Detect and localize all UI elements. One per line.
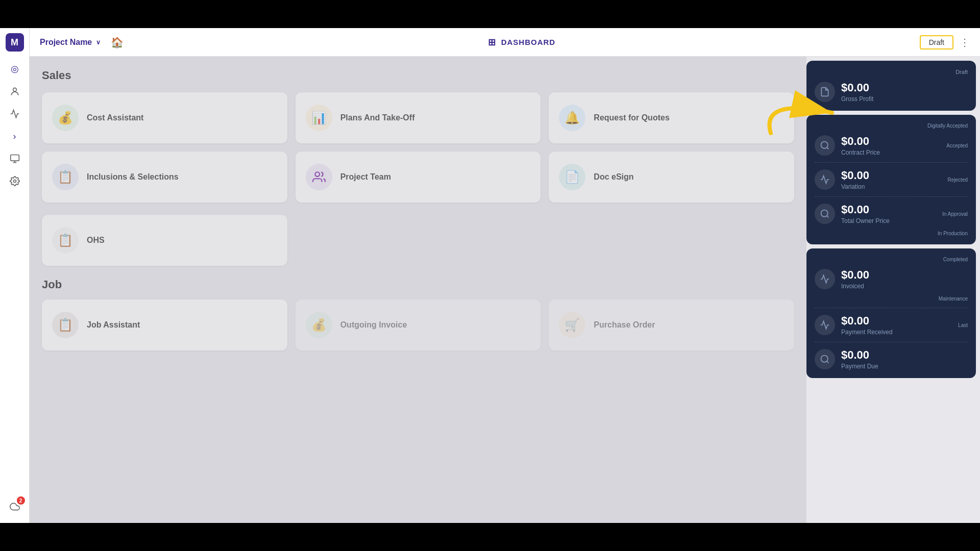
svg-point-5 (315, 172, 320, 177)
gross-profit-label: Gross Profit (841, 95, 968, 103)
variation-label: Variation (841, 183, 942, 190)
payment-received-label: Payment Received (841, 329, 952, 336)
card-outgoing-invoice[interactable]: 💰 Outgoing Invoice (296, 299, 541, 350)
project-name-chevron: ∨ (96, 39, 101, 46)
svg-point-0 (13, 88, 16, 91)
digitally-accepted-label: Digitally Accepted (927, 123, 968, 129)
maintenance-label: Maintenance (939, 296, 968, 302)
job-section-title: Job (42, 278, 794, 291)
sidebar-icon-users[interactable] (6, 82, 24, 101)
ohs-icon: 📋 (52, 227, 79, 254)
gross-profit-info: $0.00 Gross Profit (841, 81, 968, 103)
job-cards-grid: 📋 Job Assistant 💰 Outgoing Invoice 🛒 Pur… (42, 299, 794, 350)
doc-esign-label: Doc eSign (594, 172, 633, 183)
total-owner-label: Total Owner Price (841, 217, 936, 224)
project-team-label: Project Team (340, 172, 391, 183)
cost-assistant-icon: 💰 (52, 105, 79, 131)
payment-due-value: $0.00 (841, 348, 968, 362)
contract-price-label: Contract Price (841, 149, 940, 156)
right-panel: Draft $0.00 Gross Profit (806, 57, 980, 523)
project-team-icon (306, 164, 332, 190)
card-doc-esign[interactable]: 📄 Doc eSign (549, 152, 794, 203)
invoiced-label: Invoiced (841, 283, 968, 290)
last-label: Last (958, 322, 968, 328)
invoiced-info: $0.00 Invoiced (841, 268, 968, 290)
app-logo[interactable]: M (6, 33, 24, 52)
variation-info: $0.00 Variation (841, 169, 942, 190)
purchase-order-icon: 🛒 (559, 312, 585, 338)
svg-point-4 (13, 180, 16, 183)
dashboard-label: DASHBOARD (501, 38, 556, 46)
plans-takeoff-icon: 📊 (306, 105, 332, 131)
in-approval-label: In Approval (942, 211, 968, 217)
inclusions-icon: 📋 (52, 164, 79, 190)
cost-assistant-label: Cost Assistant (87, 113, 143, 123)
card-purchase-order[interactable]: 🛒 Purchase Order (549, 299, 794, 350)
invoiced-icon (815, 269, 835, 289)
dashboard-grid-icon: ⊞ (488, 37, 496, 48)
card-job-assistant[interactable]: 📋 Job Assistant (42, 299, 287, 350)
accepted-label: Accepted (946, 143, 968, 148)
completed-label: Completed (943, 257, 968, 262)
contract-price-info: $0.00 Contract Price (841, 135, 940, 156)
sidebar: M ◎ › 2 (0, 28, 30, 523)
gross-profit-row: $0.00 Gross Profit (815, 81, 968, 103)
sidebar-icon-settings[interactable] (6, 172, 24, 190)
cards-area: Sales 💰 Cost Assistant 📊 Plans And Take-… (30, 57, 806, 523)
svg-rect-1 (10, 155, 19, 161)
ohs-label: OHS (87, 235, 105, 246)
sales-section-title: Sales (42, 69, 794, 82)
card-cost-assistant[interactable]: 💰 Cost Assistant (42, 92, 287, 143)
stats-card-gross-profit: Draft $0.00 Gross Profit (806, 61, 976, 111)
plans-takeoff-label: Plans And Take-Off (340, 113, 415, 123)
gross-profit-value: $0.00 (841, 81, 968, 94)
outgoing-invoice-label: Outgoing Invoice (340, 320, 407, 331)
total-owner-icon (815, 204, 835, 224)
sidebar-expand-btn[interactable]: › (6, 127, 24, 145)
card-ohs[interactable]: 📋 OHS (42, 215, 287, 266)
purchase-order-label: Purchase Order (594, 320, 655, 331)
home-icon[interactable]: 🏠 (111, 36, 124, 48)
rejected-label: Rejected (948, 177, 968, 183)
header-center: ⊞ DASHBOARD (132, 37, 911, 48)
job-assistant-icon: 📋 (52, 312, 79, 338)
card-inclusions-selections[interactable]: 📋 Inclusions & Selections (42, 152, 287, 203)
stats-card-invoiced: Completed $0.00 Invoiced (806, 248, 976, 378)
main-content: Project Name ∨ 🏠 ⊞ DASHBOARD Draft ⋮ Sal… (30, 28, 980, 523)
payment-received-value: $0.00 (841, 314, 952, 328)
variation-value: $0.00 (841, 169, 942, 182)
svg-line-7 (827, 147, 829, 149)
svg-point-10 (821, 356, 828, 362)
payment-due-label: Payment Due (841, 363, 968, 370)
inclusions-label: Inclusions & Selections (87, 172, 179, 183)
total-owner-row: $0.00 Total Owner Price In Approval (815, 203, 968, 224)
project-name[interactable]: Project Name ∨ (40, 38, 101, 47)
invoiced-value: $0.00 (841, 268, 968, 282)
total-owner-value: $0.00 (841, 203, 936, 216)
payment-received-info: $0.00 Payment Received (841, 314, 952, 336)
card-project-team[interactable]: Project Team (296, 152, 541, 203)
sidebar-icon-monitor[interactable] (6, 149, 24, 168)
gross-profit-icon (815, 82, 835, 102)
more-button[interactable]: ⋮ (960, 36, 970, 48)
sidebar-icon-cloud[interactable]: 2 (6, 497, 24, 516)
payment-due-info: $0.00 Payment Due (841, 348, 968, 370)
outgoing-invoice-icon: 💰 (306, 312, 332, 338)
contract-price-value: $0.00 (841, 135, 940, 148)
sidebar-icon-chart[interactable] (6, 105, 24, 123)
project-name-label: Project Name (40, 38, 92, 47)
variation-icon (815, 169, 835, 190)
sidebar-icon-analytics[interactable]: ◎ (6, 60, 24, 78)
sales-cards-grid: 💰 Cost Assistant 📊 Plans And Take-Off 🔔 … (42, 92, 794, 203)
request-quotes-label: Request for Quotes (594, 113, 669, 123)
draft-button[interactable]: Draft (920, 35, 953, 49)
card-request-quotes[interactable]: 🔔 Request for Quotes (549, 92, 794, 143)
contract-price-icon (815, 135, 835, 156)
header: Project Name ∨ 🏠 ⊞ DASHBOARD Draft ⋮ (30, 28, 980, 57)
notification-badge: 2 (17, 496, 25, 505)
total-owner-info: $0.00 Total Owner Price (841, 203, 936, 224)
svg-line-9 (827, 216, 829, 218)
card-plans-takeoff[interactable]: 📊 Plans And Take-Off (296, 92, 541, 143)
dashboard-area: Sales 💰 Cost Assistant 📊 Plans And Take-… (30, 57, 980, 523)
in-production-label: In Production (938, 231, 968, 236)
